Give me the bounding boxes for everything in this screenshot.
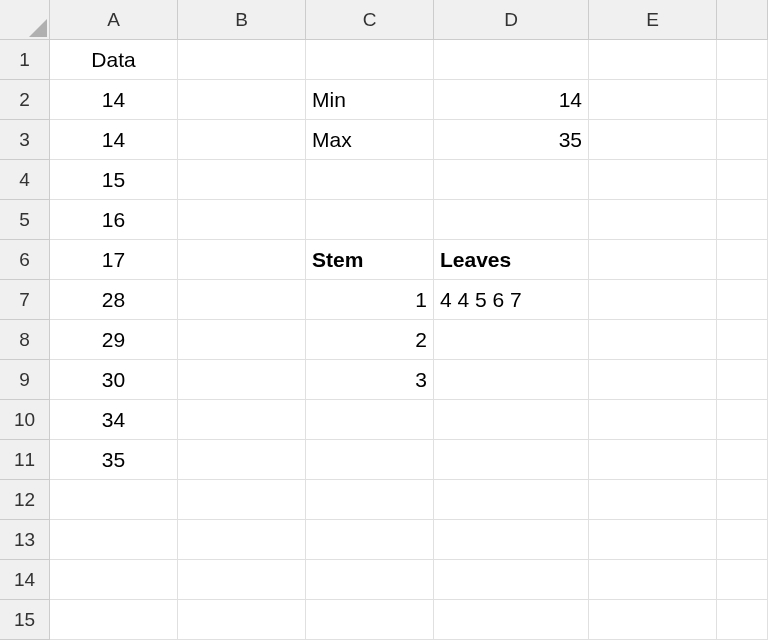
cell-F12[interactable] (717, 480, 768, 520)
cell-A9[interactable]: 30 (50, 360, 178, 400)
cell-D10[interactable] (434, 400, 589, 440)
cell-F13[interactable] (717, 520, 768, 560)
row-header-1[interactable]: 1 (0, 40, 50, 80)
col-header-A[interactable]: A (50, 0, 178, 40)
col-header-B[interactable]: B (178, 0, 306, 40)
cell-A13[interactable] (50, 520, 178, 560)
cell-C3[interactable]: Max (306, 120, 434, 160)
cell-D8[interactable] (434, 320, 589, 360)
cell-D3[interactable]: 35 (434, 120, 589, 160)
cell-F14[interactable] (717, 560, 768, 600)
cell-C14[interactable] (306, 560, 434, 600)
cell-F11[interactable] (717, 440, 768, 480)
cell-F9[interactable] (717, 360, 768, 400)
cell-E3[interactable] (589, 120, 717, 160)
cell-C11[interactable] (306, 440, 434, 480)
row-header-8[interactable]: 8 (0, 320, 50, 360)
cell-D12[interactable] (434, 480, 589, 520)
cell-B13[interactable] (178, 520, 306, 560)
cell-A3[interactable]: 14 (50, 120, 178, 160)
cell-A6[interactable]: 17 (50, 240, 178, 280)
col-header-F-partial[interactable] (717, 0, 768, 40)
cell-D13[interactable] (434, 520, 589, 560)
cell-B6[interactable] (178, 240, 306, 280)
cell-B8[interactable] (178, 320, 306, 360)
cell-A11[interactable]: 35 (50, 440, 178, 480)
cell-D7[interactable]: 4 4 5 6 7 (434, 280, 589, 320)
cell-B12[interactable] (178, 480, 306, 520)
cell-A14[interactable] (50, 560, 178, 600)
cell-B2[interactable] (178, 80, 306, 120)
cell-F5[interactable] (717, 200, 768, 240)
cell-C12[interactable] (306, 480, 434, 520)
cell-A10[interactable]: 34 (50, 400, 178, 440)
cell-F2[interactable] (717, 80, 768, 120)
row-header-11[interactable]: 11 (0, 440, 50, 480)
cell-D14[interactable] (434, 560, 589, 600)
col-header-E[interactable]: E (589, 0, 717, 40)
cell-E10[interactable] (589, 400, 717, 440)
row-header-4[interactable]: 4 (0, 160, 50, 200)
cell-F15[interactable] (717, 600, 768, 640)
cell-B11[interactable] (178, 440, 306, 480)
cell-B1[interactable] (178, 40, 306, 80)
cell-C5[interactable] (306, 200, 434, 240)
cell-E11[interactable] (589, 440, 717, 480)
row-header-6[interactable]: 6 (0, 240, 50, 280)
cell-E6[interactable] (589, 240, 717, 280)
cell-B7[interactable] (178, 280, 306, 320)
cell-E1[interactable] (589, 40, 717, 80)
cell-F4[interactable] (717, 160, 768, 200)
cell-C15[interactable] (306, 600, 434, 640)
cell-D4[interactable] (434, 160, 589, 200)
cell-F8[interactable] (717, 320, 768, 360)
col-header-C[interactable]: C (306, 0, 434, 40)
cell-A7[interactable]: 28 (50, 280, 178, 320)
cell-D6[interactable]: Leaves (434, 240, 589, 280)
row-header-5[interactable]: 5 (0, 200, 50, 240)
cell-F1[interactable] (717, 40, 768, 80)
cell-F10[interactable] (717, 400, 768, 440)
row-header-10[interactable]: 10 (0, 400, 50, 440)
cell-A15[interactable] (50, 600, 178, 640)
cell-E14[interactable] (589, 560, 717, 600)
cell-D1[interactable] (434, 40, 589, 80)
cell-F6[interactable] (717, 240, 768, 280)
row-header-13[interactable]: 13 (0, 520, 50, 560)
cell-E7[interactable] (589, 280, 717, 320)
cell-D2[interactable]: 14 (434, 80, 589, 120)
cell-B10[interactable] (178, 400, 306, 440)
cell-A1[interactable]: Data (50, 40, 178, 80)
cell-A4[interactable]: 15 (50, 160, 178, 200)
row-header-9[interactable]: 9 (0, 360, 50, 400)
cell-B4[interactable] (178, 160, 306, 200)
cell-A8[interactable]: 29 (50, 320, 178, 360)
cell-B15[interactable] (178, 600, 306, 640)
cell-D11[interactable] (434, 440, 589, 480)
spreadsheet-grid[interactable]: A B C D E 1 Data 2 14 Min 14 3 14 Max 35… (0, 0, 768, 640)
cell-C6[interactable]: Stem (306, 240, 434, 280)
cell-E4[interactable] (589, 160, 717, 200)
cell-F3[interactable] (717, 120, 768, 160)
cell-E13[interactable] (589, 520, 717, 560)
cell-D15[interactable] (434, 600, 589, 640)
cell-C10[interactable] (306, 400, 434, 440)
cell-A5[interactable]: 16 (50, 200, 178, 240)
cell-E5[interactable] (589, 200, 717, 240)
row-header-14[interactable]: 14 (0, 560, 50, 600)
cell-C4[interactable] (306, 160, 434, 200)
cell-E15[interactable] (589, 600, 717, 640)
cell-B3[interactable] (178, 120, 306, 160)
cell-C8[interactable]: 2 (306, 320, 434, 360)
cell-C2[interactable]: Min (306, 80, 434, 120)
cell-E12[interactable] (589, 480, 717, 520)
cell-E8[interactable] (589, 320, 717, 360)
cell-C7[interactable]: 1 (306, 280, 434, 320)
cell-A2[interactable]: 14 (50, 80, 178, 120)
cell-E9[interactable] (589, 360, 717, 400)
col-header-D[interactable]: D (434, 0, 589, 40)
row-header-12[interactable]: 12 (0, 480, 50, 520)
cell-B5[interactable] (178, 200, 306, 240)
row-header-2[interactable]: 2 (0, 80, 50, 120)
cell-B9[interactable] (178, 360, 306, 400)
